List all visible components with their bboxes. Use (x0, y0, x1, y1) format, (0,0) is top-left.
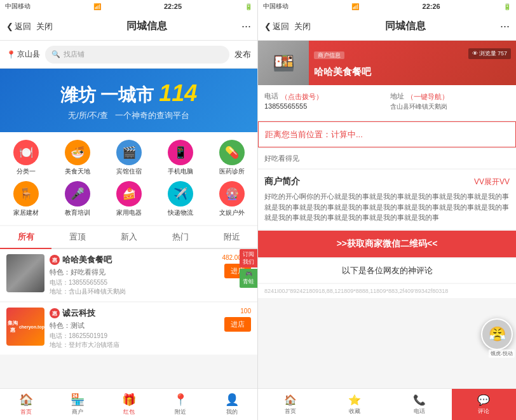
cat-icon-food: 🍜 (65, 140, 90, 165)
left-time: 22:25 (164, 3, 182, 10)
left-back-label: 返回 (15, 21, 31, 32)
intro-header: 商户简介 VV展开VV (264, 176, 510, 187)
browse-label: 浏览量 (479, 50, 496, 58)
bottom-nav-home[interactable]: 🏠 首页 (0, 389, 51, 420)
location-tag[interactable]: 📍 京山县 (6, 49, 40, 60)
r-bottom-fav[interactable]: ⭐ 收藏 (323, 389, 388, 420)
rating-section: 好吃看得见 (258, 149, 516, 168)
left-status-bar: 中国移动 📶 22:25 🔋 (0, 0, 257, 13)
cat-icon-phone: 📱 (168, 140, 193, 165)
detail-hero-wrapper: 🍱 商户信息 👁 浏览量 757 哈哈美食餐吧 (258, 41, 516, 85)
list-badge-chengcloud: 惠 (50, 308, 60, 318)
search-input-wrap[interactable]: 🔍 找店铺 (45, 46, 229, 64)
avatar-popup[interactable]: 😤 (481, 318, 513, 350)
list-name-haha: 哈哈美食餐吧 (62, 254, 112, 266)
nearby-icon: 📍 (173, 393, 187, 407)
tab-new[interactable]: 新入 (103, 226, 154, 249)
data-text: 8241I00J"89242180918,88,121809*8888,1180… (264, 288, 448, 294)
bottom-nav-home-label: 首页 (20, 408, 32, 416)
enter-btn-chengcloud[interactable]: 进店 (224, 317, 251, 332)
cat-item-classify[interactable]: 🍽️ 分类一 (7, 140, 45, 176)
cat-item-phone[interactable]: 📱 手机电脑 (161, 140, 200, 176)
addr-value: 含山县环峰镇天鹅岗 (390, 102, 510, 111)
cat-item-food[interactable]: 🍜 美食天地 (58, 140, 97, 176)
list-addr-haha: 地址：含山县环峰镇天鹅岗 (50, 287, 217, 296)
right-carrier: 中国移动 (263, 2, 289, 11)
cat-item-entertainment[interactable]: 🎡 文娱户外 (213, 181, 251, 217)
cat-label-appliance: 家用电器 (116, 208, 142, 217)
right-bottom-nav: 🏠 首页 ⭐ 收藏 📞 电话 💬 评论 (258, 388, 516, 420)
cat-label-phone: 手机电脑 (168, 167, 193, 176)
cat-icon-hotel: 🎬 (116, 140, 142, 165)
comments-heading: 以下是各位网友的神评论 (258, 259, 516, 283)
banner-sub: 无/所/不/查 一个神奇的查询平台 (60, 110, 198, 121)
right-nav-bar: ❮ 返回 关闭 同城信息 ··· (258, 13, 516, 41)
cat-item-furniture[interactable]: 🪑 家居建材 (7, 181, 45, 217)
publish-button[interactable]: 发布 (234, 49, 251, 60)
right-status-bar: 中国移动 📶 22:26 🔋 (258, 0, 516, 13)
info-section: 电话 （点击拨号） 13855565555 地址 （一键导航） 含山县环峰镇天鹅… (258, 85, 516, 120)
merchant-icon: 🏪 (71, 393, 85, 407)
cat-icon-furniture: 🪑 (13, 181, 39, 207)
tab-all[interactable]: 所有 (0, 226, 51, 249)
home-icon: 🏠 (19, 393, 33, 407)
left-close-button[interactable]: 关闭 (36, 21, 53, 32)
r-bottom-phone[interactable]: 📞 电话 (387, 389, 452, 420)
avatar-name: 饿虎-悦动 (489, 349, 515, 358)
cat-item-hotel[interactable]: 🎬 宾馆住宿 (110, 140, 148, 176)
browse-btn: 👁 浏览量 757 (468, 48, 511, 59)
qr-button[interactable]: >>获取商家微信二维码<< (258, 231, 516, 257)
left-carrier: 中国移动 (5, 2, 31, 11)
list-badge-haha: 惠 (50, 255, 60, 265)
info-row-phone: 电话 （点击拨号） 13855565555 地址 （一键导航） 含山县环峰镇天鹅… (264, 91, 510, 111)
tab-top[interactable]: 置顶 (51, 226, 103, 249)
cat-row-2: 🪑 家居建材 🎤 教育培训 🍰 家用电器 ✈️ 快递物流 🎡 文娱户外 (0, 179, 257, 220)
bottom-nav-nearby[interactable]: 📍 附近 (154, 389, 206, 420)
phone-value: 13855565555 (264, 102, 384, 110)
cat-icon-classify: 🍽️ (13, 140, 39, 165)
r-home-icon: 🏠 (284, 394, 297, 406)
bottom-nav-merchant[interactable]: 🏪 商户 (51, 389, 103, 420)
banner-sub2: 一个神奇的查询平台 (115, 111, 189, 120)
bottom-nav-mine[interactable]: 👤 我的 (206, 389, 257, 420)
cat-item-appliance[interactable]: 🍰 家用电器 (110, 181, 148, 217)
browse-icon: 👁 (472, 50, 478, 57)
list-name-row-chengcloud: 惠 诚云科技 (50, 308, 219, 319)
intro-expand-btn[interactable]: VV展开VV (474, 177, 510, 187)
left-bottom-nav: 🏠 首页 🏪 商户 🎁 红包 📍 附近 👤 我的 (0, 388, 257, 420)
phone-click[interactable]: （点击拨号） (281, 92, 323, 102)
r-bottom-comment[interactable]: 💬 评论 (452, 389, 517, 420)
bottom-nav-nearby-label: 附近 (175, 408, 186, 416)
tab-nearby[interactable]: 附近 (206, 226, 257, 249)
list-thumb-haha (6, 254, 44, 292)
cat-icon-entertainment: 🎡 (219, 181, 245, 207)
cat-label-medical: 医药诊所 (219, 167, 245, 176)
cat-icon-appliance: 🍰 (116, 181, 142, 207)
cat-item-medical[interactable]: 💊 医药诊所 (213, 140, 251, 176)
cat-item-logistics[interactable]: ✈️ 快递物流 (161, 181, 200, 217)
r-fav-icon: ⭐ (348, 394, 361, 406)
addr-click[interactable]: （一键导航） (407, 92, 449, 102)
bottom-nav-merchant-label: 商户 (72, 408, 83, 416)
list-info-chengcloud: 惠 诚云科技 特色：测试 电话：18625501919 地址：登封市大冶镇塔庙 (50, 308, 219, 349)
cat-item-education[interactable]: 🎤 教育培训 (58, 181, 97, 217)
left-banner: 潍坊 一城市 114 无/所/不/查 一个神奇的查询平台 (0, 69, 257, 132)
subscribe-btn[interactable]: 订阅我们 (240, 249, 257, 268)
left-nav-title: 同城信息 (58, 20, 236, 33)
bottom-nav-mine-label: 我的 (226, 408, 238, 416)
list-area: 惠 哈哈美食餐吧 特色：好吃看得见 电话：13855565555 地址：含山县环… (0, 249, 257, 388)
frog-btn[interactable]: 🎮青蛙 (240, 269, 257, 287)
right-close-button[interactable]: 关闭 (294, 21, 311, 32)
cat-label-food: 美食天地 (65, 167, 90, 176)
cat-label-education: 教育培训 (65, 208, 90, 217)
bottom-nav-redpack[interactable]: 🎁 红包 (103, 389, 154, 420)
tab-hot[interactable]: 热门 (154, 226, 206, 249)
left-more-button[interactable]: ··· (241, 20, 251, 33)
r-bottom-home[interactable]: 🏠 首页 (258, 389, 323, 420)
right-chevron-icon: ❮ (264, 22, 271, 31)
list-addr-chengcloud: 地址：登封市大冶镇塔庙 (50, 341, 219, 349)
right-more-button[interactable]: ··· (500, 20, 510, 33)
right-back-button[interactable]: ❮ 返回 (264, 21, 289, 32)
cat-icon-medical: 💊 (219, 140, 245, 165)
left-back-button[interactable]: ❮ 返回 (6, 21, 31, 32)
